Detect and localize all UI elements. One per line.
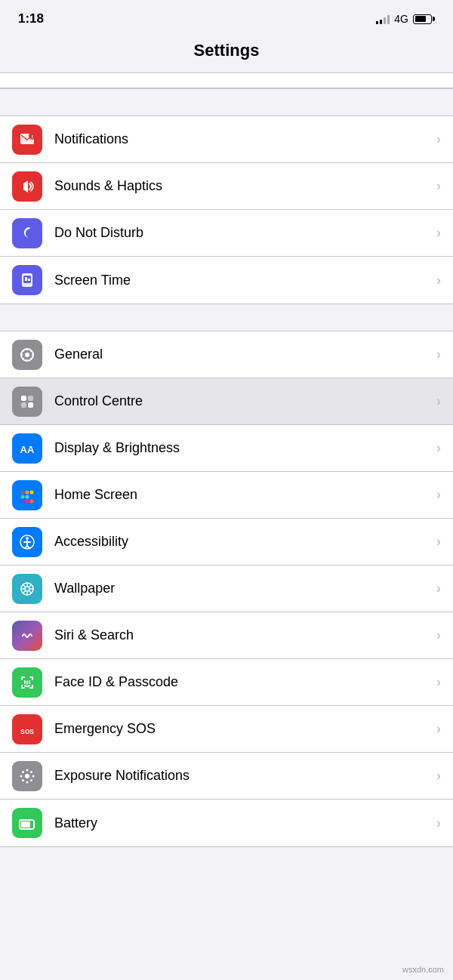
svg-point-24	[26, 490, 29, 494]
emergencysos-chevron: ›	[436, 721, 441, 737]
row-general[interactable]: General ›	[0, 331, 453, 378]
sounds-chevron: ›	[436, 178, 441, 194]
svg-rect-21	[28, 402, 33, 408]
display-label: Display & Brightness	[54, 440, 436, 456]
svg-line-46	[29, 584, 32, 587]
display-chevron: ›	[436, 440, 441, 456]
wallpaper-icon	[12, 574, 42, 604]
sounds-icon	[12, 171, 42, 202]
svg-point-57	[32, 775, 35, 777]
row-siri[interactable]: Siri & Search ›	[0, 612, 453, 659]
page-title: Settings	[194, 41, 260, 60]
svg-rect-20	[21, 402, 26, 408]
section-gap-2	[0, 304, 453, 331]
svg-marker-3	[23, 180, 28, 193]
faceid-icon	[12, 667, 42, 698]
svg-point-26	[21, 495, 25, 498]
row-exposure[interactable]: Exposure Notifications ›	[0, 753, 453, 800]
exposure-icon	[12, 761, 42, 791]
page-header: Settings	[0, 33, 453, 72]
svg-point-27	[26, 495, 29, 498]
controlcentre-icon	[12, 387, 42, 417]
svg-line-15	[30, 358, 31, 359]
row-display[interactable]: AA Display & Brightness ›	[0, 425, 453, 472]
svg-line-17	[23, 358, 23, 359]
battery-status-icon	[413, 14, 435, 24]
donotdisturb-icon	[12, 218, 42, 248]
status-time: 1:18	[18, 11, 44, 26]
svg-rect-19	[28, 396, 33, 401]
controlcentre-label: Control Centre	[54, 393, 436, 409]
network-label: 4G	[394, 13, 408, 25]
row-donotdisturb[interactable]: Do Not Disturb ›	[0, 210, 453, 257]
svg-text:SOS: SOS	[20, 728, 34, 735]
general-label: General	[54, 347, 436, 362]
row-emergencysos[interactable]: SOS Emergency SOS ›	[0, 706, 453, 753]
svg-point-60	[30, 771, 32, 773]
homescreen-chevron: ›	[436, 487, 441, 503]
svg-point-30	[26, 499, 29, 503]
siri-label: Siri & Search	[54, 627, 436, 643]
status-icons: 4G	[376, 13, 435, 25]
controlcentre-chevron: ›	[436, 393, 441, 409]
wallpaper-chevron: ›	[436, 581, 441, 596]
display-icon: AA	[12, 433, 42, 464]
faceid-label: Face ID & Passcode	[54, 674, 436, 690]
notifications-label: Notifications	[54, 131, 436, 147]
svg-rect-18	[21, 396, 26, 401]
row-homescreen[interactable]: Home Screen ›	[0, 472, 453, 519]
row-accessibility[interactable]: Accessibility ›	[0, 519, 453, 566]
notifications-chevron: ›	[436, 131, 441, 147]
svg-line-14	[23, 350, 23, 351]
svg-point-55	[26, 781, 29, 783]
svg-line-47	[23, 590, 25, 593]
svg-point-28	[30, 495, 34, 498]
faceid-chevron: ›	[436, 674, 441, 690]
siri-icon	[12, 621, 42, 651]
svg-rect-7	[28, 279, 30, 281]
row-screentime[interactable]: Screen Time ›	[0, 257, 453, 304]
general-icon	[12, 340, 42, 370]
watermark: wsxdn.com	[402, 965, 444, 974]
partial-section	[0, 72, 453, 89]
accessibility-icon	[12, 527, 42, 557]
svg-point-39	[25, 587, 29, 591]
svg-point-33	[26, 537, 29, 540]
svg-line-45	[29, 590, 32, 593]
sounds-label: Sounds & Haptics	[54, 178, 436, 194]
row-controlcentre[interactable]: Control Centre ›	[0, 378, 453, 425]
homescreen-label: Home Screen	[54, 487, 436, 503]
homescreen-icon	[12, 480, 42, 510]
wallpaper-label: Wallpaper	[54, 581, 436, 596]
accessibility-label: Accessibility	[54, 534, 436, 550]
battery-label: Battery	[54, 815, 436, 831]
svg-text:AA: AA	[20, 444, 35, 455]
svg-point-29	[21, 499, 25, 503]
svg-point-58	[22, 771, 24, 773]
svg-point-59	[30, 779, 32, 781]
siri-chevron: ›	[436, 627, 441, 643]
row-sounds[interactable]: Sounds & Haptics ›	[0, 163, 453, 210]
svg-rect-6	[25, 277, 27, 281]
screentime-label: Screen Time	[54, 273, 436, 288]
svg-point-56	[20, 775, 23, 777]
general-chevron: ›	[436, 347, 441, 362]
screentime-icon	[12, 265, 42, 295]
svg-text:!: !	[32, 134, 33, 140]
accessibility-chevron: ›	[436, 534, 441, 550]
svg-point-25	[30, 490, 34, 494]
svg-rect-63	[21, 821, 30, 827]
screentime-chevron: ›	[436, 273, 441, 288]
donotdisturb-chevron: ›	[436, 225, 441, 241]
svg-point-53	[25, 774, 29, 778]
emergencysos-label: Emergency SOS	[54, 721, 436, 737]
row-battery[interactable]: Battery ›	[0, 800, 453, 846]
notifications-icon: !	[12, 125, 42, 155]
battery-chevron: ›	[436, 815, 441, 831]
svg-point-9	[25, 353, 29, 357]
row-notifications[interactable]: ! Notifications ›	[0, 116, 453, 163]
svg-point-54	[26, 769, 29, 771]
row-wallpaper[interactable]: Wallpaper ›	[0, 566, 453, 612]
row-faceid[interactable]: Face ID & Passcode ›	[0, 659, 453, 706]
status-bar: 1:18 4G	[0, 0, 453, 33]
